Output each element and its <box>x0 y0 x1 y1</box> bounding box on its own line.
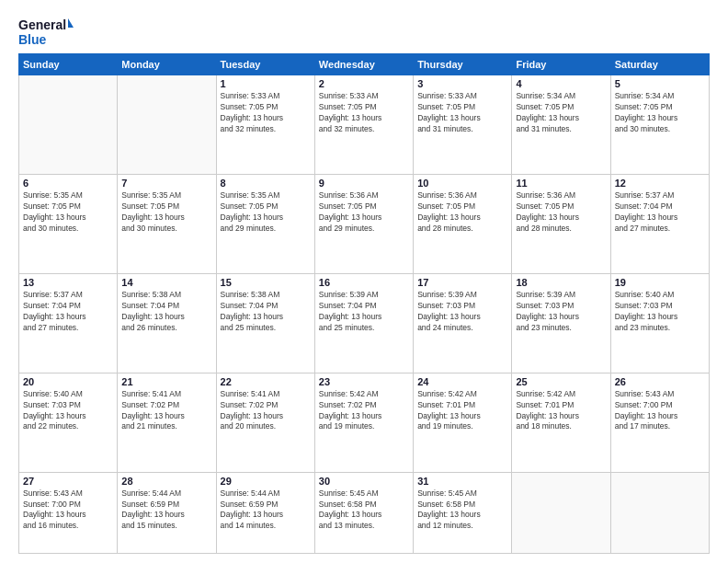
calendar-cell: 14Sunrise: 5:38 AM Sunset: 7:04 PM Dayli… <box>118 273 216 373</box>
calendar-cell: 1Sunrise: 5:33 AM Sunset: 7:05 PM Daylig… <box>216 75 314 175</box>
weekday-header-row: SundayMondayTuesdayWednesdayThursdayFrid… <box>19 54 710 75</box>
day-number: 5 <box>615 78 705 89</box>
weekday-header: Saturday <box>610 54 709 75</box>
day-number: 29 <box>221 476 311 487</box>
day-number: 18 <box>516 277 606 288</box>
day-info: Sunrise: 5:45 AM Sunset: 6:58 PM Dayligh… <box>417 488 507 533</box>
day-info: Sunrise: 5:35 AM Sunset: 7:05 PM Dayligh… <box>221 190 311 235</box>
calendar-table: SundayMondayTuesdayWednesdayThursdayFrid… <box>18 53 710 554</box>
day-number: 3 <box>417 78 507 89</box>
day-number: 9 <box>319 178 409 189</box>
day-number: 21 <box>121 376 211 387</box>
calendar-cell: 21Sunrise: 5:41 AM Sunset: 7:02 PM Dayli… <box>118 373 216 472</box>
day-number: 26 <box>615 376 705 387</box>
calendar-cell: 18Sunrise: 5:39 AM Sunset: 7:03 PM Dayli… <box>512 273 610 373</box>
day-info: Sunrise: 5:33 AM Sunset: 7:05 PM Dayligh… <box>221 91 311 135</box>
calendar-cell: 13Sunrise: 5:37 AM Sunset: 7:04 PM Dayli… <box>19 273 118 373</box>
calendar-cell: 29Sunrise: 5:44 AM Sunset: 6:59 PM Dayli… <box>216 472 314 553</box>
day-number: 16 <box>319 277 409 288</box>
calendar-cell: 23Sunrise: 5:42 AM Sunset: 7:02 PM Dayli… <box>314 373 413 472</box>
calendar-cell: 17Sunrise: 5:39 AM Sunset: 7:03 PM Dayli… <box>414 273 512 373</box>
day-number: 17 <box>417 277 507 288</box>
day-number: 20 <box>23 376 113 387</box>
calendar-cell: 24Sunrise: 5:42 AM Sunset: 7:01 PM Dayli… <box>414 373 512 472</box>
day-info: Sunrise: 5:36 AM Sunset: 7:05 PM Dayligh… <box>417 190 507 235</box>
day-info: Sunrise: 5:39 AM Sunset: 7:03 PM Dayligh… <box>417 290 507 334</box>
day-info: Sunrise: 5:42 AM Sunset: 7:01 PM Dayligh… <box>516 389 606 433</box>
day-number: 15 <box>221 277 311 288</box>
header: General Blue <box>18 15 710 48</box>
day-number: 6 <box>23 178 113 189</box>
calendar-cell: 16Sunrise: 5:39 AM Sunset: 7:04 PM Dayli… <box>314 273 413 373</box>
calendar-cell: 25Sunrise: 5:42 AM Sunset: 7:01 PM Dayli… <box>512 373 610 472</box>
calendar-cell: 26Sunrise: 5:43 AM Sunset: 7:00 PM Dayli… <box>610 373 709 472</box>
day-number: 11 <box>516 178 606 189</box>
day-number: 25 <box>516 376 606 387</box>
calendar-cell: 28Sunrise: 5:44 AM Sunset: 6:59 PM Dayli… <box>118 472 216 553</box>
day-info: Sunrise: 5:41 AM Sunset: 7:02 PM Dayligh… <box>121 389 211 433</box>
day-info: Sunrise: 5:38 AM Sunset: 7:04 PM Dayligh… <box>221 290 311 334</box>
logo: General Blue <box>18 15 74 48</box>
logo-svg: General Blue <box>18 15 74 48</box>
calendar-cell: 7Sunrise: 5:35 AM Sunset: 7:05 PM Daylig… <box>118 174 216 273</box>
day-number: 10 <box>417 178 507 189</box>
calendar-cell: 2Sunrise: 5:33 AM Sunset: 7:05 PM Daylig… <box>314 75 413 175</box>
day-number: 1 <box>221 78 311 89</box>
day-number: 22 <box>221 376 311 387</box>
day-info: Sunrise: 5:39 AM Sunset: 7:03 PM Dayligh… <box>516 290 606 334</box>
day-number: 8 <box>221 178 311 189</box>
day-info: Sunrise: 5:43 AM Sunset: 7:00 PM Dayligh… <box>615 389 705 433</box>
day-info: Sunrise: 5:35 AM Sunset: 7:05 PM Dayligh… <box>121 190 211 235</box>
day-info: Sunrise: 5:36 AM Sunset: 7:05 PM Dayligh… <box>319 190 409 235</box>
weekday-header: Friday <box>512 54 610 75</box>
calendar-cell <box>19 75 118 175</box>
calendar-cell <box>512 472 610 553</box>
day-number: 14 <box>121 277 211 288</box>
day-number: 4 <box>516 78 606 89</box>
day-info: Sunrise: 5:38 AM Sunset: 7:04 PM Dayligh… <box>121 290 211 334</box>
day-info: Sunrise: 5:45 AM Sunset: 6:58 PM Dayligh… <box>319 488 409 533</box>
day-info: Sunrise: 5:41 AM Sunset: 7:02 PM Dayligh… <box>221 389 311 433</box>
day-info: Sunrise: 5:34 AM Sunset: 7:05 PM Dayligh… <box>516 91 606 135</box>
day-number: 13 <box>23 277 113 288</box>
day-number: 2 <box>319 78 409 89</box>
day-info: Sunrise: 5:44 AM Sunset: 6:59 PM Dayligh… <box>121 488 211 533</box>
calendar-cell: 11Sunrise: 5:36 AM Sunset: 7:05 PM Dayli… <box>512 174 610 273</box>
weekday-header: Thursday <box>414 54 512 75</box>
page: General Blue SundayMondayTuesdayWednesda… <box>0 0 728 563</box>
calendar-cell: 10Sunrise: 5:36 AM Sunset: 7:05 PM Dayli… <box>414 174 512 273</box>
day-info: Sunrise: 5:40 AM Sunset: 7:03 PM Dayligh… <box>23 389 113 433</box>
day-number: 23 <box>319 376 409 387</box>
day-info: Sunrise: 5:42 AM Sunset: 7:01 PM Dayligh… <box>417 389 507 433</box>
calendar-week-row: 27Sunrise: 5:43 AM Sunset: 7:00 PM Dayli… <box>19 472 710 553</box>
day-number: 12 <box>615 178 705 189</box>
day-number: 7 <box>121 178 211 189</box>
weekday-header: Sunday <box>19 54 118 75</box>
calendar-week-row: 13Sunrise: 5:37 AM Sunset: 7:04 PM Dayli… <box>19 273 710 373</box>
day-info: Sunrise: 5:44 AM Sunset: 6:59 PM Dayligh… <box>221 488 311 533</box>
weekday-header: Monday <box>118 54 216 75</box>
day-info: Sunrise: 5:33 AM Sunset: 7:05 PM Dayligh… <box>417 91 507 135</box>
calendar-cell: 30Sunrise: 5:45 AM Sunset: 6:58 PM Dayli… <box>314 472 413 553</box>
day-info: Sunrise: 5:42 AM Sunset: 7:02 PM Dayligh… <box>319 389 409 433</box>
calendar-cell <box>118 75 216 175</box>
calendar-cell: 5Sunrise: 5:34 AM Sunset: 7:05 PM Daylig… <box>610 75 709 175</box>
day-number: 28 <box>121 476 211 487</box>
calendar-cell: 4Sunrise: 5:34 AM Sunset: 7:05 PM Daylig… <box>512 75 610 175</box>
calendar-cell: 3Sunrise: 5:33 AM Sunset: 7:05 PM Daylig… <box>414 75 512 175</box>
day-info: Sunrise: 5:36 AM Sunset: 7:05 PM Dayligh… <box>516 190 606 235</box>
calendar-week-row: 1Sunrise: 5:33 AM Sunset: 7:05 PM Daylig… <box>19 75 710 175</box>
day-number: 30 <box>319 476 409 487</box>
calendar-cell: 19Sunrise: 5:40 AM Sunset: 7:03 PM Dayli… <box>610 273 709 373</box>
calendar-cell: 31Sunrise: 5:45 AM Sunset: 6:58 PM Dayli… <box>414 472 512 553</box>
calendar-cell: 27Sunrise: 5:43 AM Sunset: 7:00 PM Dayli… <box>19 472 118 553</box>
day-info: Sunrise: 5:40 AM Sunset: 7:03 PM Dayligh… <box>615 290 705 334</box>
day-number: 31 <box>417 476 507 487</box>
calendar-week-row: 20Sunrise: 5:40 AM Sunset: 7:03 PM Dayli… <box>19 373 710 472</box>
day-number: 24 <box>417 376 507 387</box>
day-info: Sunrise: 5:35 AM Sunset: 7:05 PM Dayligh… <box>23 190 113 235</box>
calendar-cell <box>610 472 709 553</box>
day-info: Sunrise: 5:37 AM Sunset: 7:04 PM Dayligh… <box>23 290 113 334</box>
calendar-cell: 20Sunrise: 5:40 AM Sunset: 7:03 PM Dayli… <box>19 373 118 472</box>
calendar-cell: 6Sunrise: 5:35 AM Sunset: 7:05 PM Daylig… <box>19 174 118 273</box>
